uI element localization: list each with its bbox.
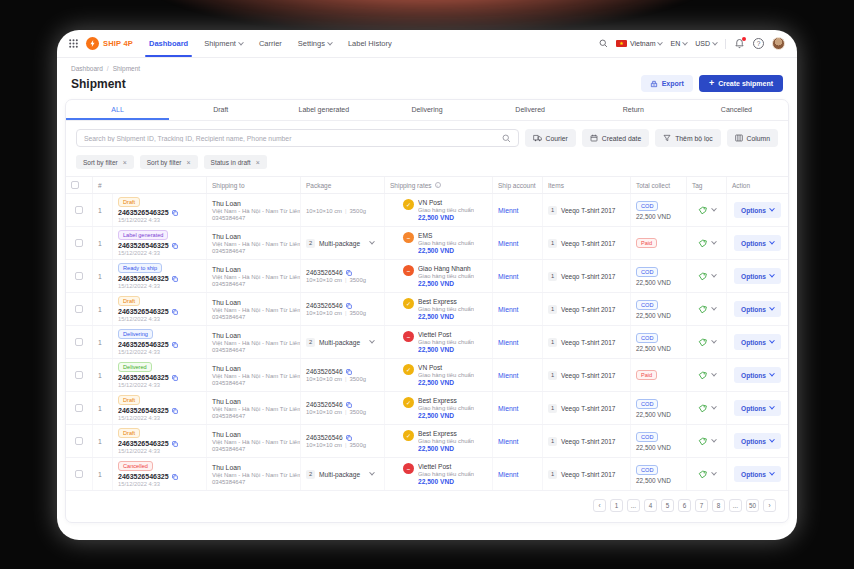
nav-item-settings[interactable]: Settings bbox=[298, 30, 332, 57]
nav-item-shipment[interactable]: Shipment bbox=[204, 30, 243, 57]
row-checkbox[interactable] bbox=[75, 404, 83, 412]
tag-icon[interactable] bbox=[698, 272, 707, 281]
row-checkbox[interactable] bbox=[75, 470, 83, 478]
filter-chip[interactable]: Status in draft× bbox=[204, 155, 267, 169]
ship-account-link[interactable]: Miennt bbox=[498, 438, 537, 445]
tag-icon[interactable] bbox=[698, 305, 707, 314]
tag-icon[interactable] bbox=[698, 470, 707, 479]
options-button[interactable]: Options bbox=[734, 466, 781, 482]
currency-selector[interactable]: USD bbox=[695, 40, 717, 47]
tag-icon[interactable] bbox=[698, 239, 707, 248]
help-icon[interactable]: ? bbox=[753, 38, 764, 49]
tag-icon[interactable] bbox=[698, 338, 707, 347]
tab-draft[interactable]: Draft bbox=[169, 100, 272, 120]
copy-icon[interactable] bbox=[172, 474, 178, 480]
tag-chevron-icon[interactable] bbox=[711, 470, 717, 476]
page-button-4[interactable]: 4 bbox=[644, 499, 657, 512]
ship-account-link[interactable]: Miennt bbox=[498, 405, 537, 412]
tab-return[interactable]: Return bbox=[582, 100, 685, 120]
more-filters-button[interactable]: Thêm bộ lọc bbox=[655, 129, 720, 147]
page-ellipsis[interactable]: ... bbox=[627, 499, 640, 512]
copy-icon[interactable] bbox=[346, 369, 352, 375]
tag-icon[interactable] bbox=[698, 437, 707, 446]
prev-page-button[interactable]: ‹ bbox=[593, 499, 606, 512]
tag-chevron-icon[interactable] bbox=[711, 437, 717, 443]
nav-item-dashboard[interactable]: Dashboard bbox=[149, 30, 188, 57]
page-button-5[interactable]: 5 bbox=[661, 499, 674, 512]
options-button[interactable]: Options bbox=[734, 400, 781, 416]
breadcrumb-dashboard[interactable]: Dashboard bbox=[71, 65, 103, 72]
row-checkbox[interactable] bbox=[75, 239, 83, 247]
tag-chevron-icon[interactable] bbox=[711, 206, 717, 212]
row-checkbox[interactable] bbox=[75, 305, 83, 313]
multi-package-select[interactable]: 2Multi-package bbox=[306, 239, 379, 248]
remove-filter-icon[interactable]: × bbox=[256, 159, 260, 166]
tag-icon[interactable] bbox=[698, 371, 707, 380]
next-page-button[interactable]: › bbox=[763, 499, 776, 512]
options-button[interactable]: Options bbox=[734, 334, 781, 350]
row-checkbox[interactable] bbox=[75, 206, 83, 214]
options-button[interactable]: Options bbox=[734, 202, 781, 218]
page-button-7[interactable]: 7 bbox=[695, 499, 708, 512]
copy-icon[interactable] bbox=[172, 441, 178, 447]
page-button-6[interactable]: 6 bbox=[678, 499, 691, 512]
ship-account-link[interactable]: Miennt bbox=[498, 240, 537, 247]
tag-chevron-icon[interactable] bbox=[711, 338, 717, 344]
copy-icon[interactable] bbox=[172, 276, 178, 282]
search-input[interactable] bbox=[84, 135, 502, 142]
tag-icon[interactable] bbox=[698, 206, 707, 215]
notifications-bell-icon[interactable] bbox=[734, 38, 745, 49]
ship-account-link[interactable]: Miennt bbox=[498, 339, 537, 346]
options-button[interactable]: Options bbox=[734, 433, 781, 449]
multi-package-select[interactable]: 2Multi-package bbox=[306, 338, 379, 347]
options-button[interactable]: Options bbox=[734, 301, 781, 317]
nav-item-carrier[interactable]: Carrier bbox=[259, 30, 282, 57]
courier-filter-button[interactable]: Courier bbox=[525, 129, 576, 147]
ship-account-link[interactable]: Miennt bbox=[498, 372, 537, 379]
page-button-1[interactable]: 1 bbox=[610, 499, 623, 512]
tag-chevron-icon[interactable] bbox=[711, 272, 717, 278]
country-selector[interactable]: ★ Vietnam bbox=[616, 40, 663, 48]
tag-chevron-icon[interactable] bbox=[711, 371, 717, 377]
tag-chevron-icon[interactable] bbox=[711, 239, 717, 245]
nav-item-label-history[interactable]: Label History bbox=[348, 30, 392, 57]
tab-all[interactable]: ALL bbox=[66, 100, 169, 120]
tag-chevron-icon[interactable] bbox=[711, 404, 717, 410]
multi-package-select[interactable]: 2Multi-package bbox=[306, 470, 379, 479]
select-all-checkbox[interactable] bbox=[71, 181, 79, 189]
filter-chip[interactable]: Sort by filter× bbox=[140, 155, 198, 169]
options-button[interactable]: Options bbox=[734, 235, 781, 251]
copy-icon[interactable] bbox=[346, 270, 352, 276]
copy-icon[interactable] bbox=[172, 243, 178, 249]
row-checkbox[interactable] bbox=[75, 338, 83, 346]
ship-account-link[interactable]: Miennt bbox=[498, 273, 537, 280]
export-button[interactable]: Export bbox=[641, 75, 693, 92]
language-selector[interactable]: EN bbox=[670, 40, 687, 47]
remove-filter-icon[interactable]: × bbox=[123, 159, 127, 166]
page-button-8[interactable]: 8 bbox=[712, 499, 725, 512]
copy-icon[interactable] bbox=[172, 342, 178, 348]
filter-chip[interactable]: Sort by filter× bbox=[76, 155, 134, 169]
brand-logo[interactable]: SHIP 4P bbox=[86, 37, 133, 50]
page-ellipsis[interactable]: ... bbox=[729, 499, 742, 512]
row-checkbox[interactable] bbox=[75, 437, 83, 445]
tab-delivered[interactable]: Delivered bbox=[479, 100, 582, 120]
created-date-filter-button[interactable]: Created date bbox=[582, 129, 649, 147]
options-button[interactable]: Options bbox=[734, 268, 781, 284]
page-button-50[interactable]: 50 bbox=[746, 499, 759, 512]
copy-icon[interactable] bbox=[346, 402, 352, 408]
copy-icon[interactable] bbox=[172, 309, 178, 315]
row-checkbox[interactable] bbox=[75, 371, 83, 379]
user-avatar[interactable] bbox=[772, 37, 785, 50]
ship-account-link[interactable]: Miennt bbox=[498, 471, 537, 478]
copy-icon[interactable] bbox=[346, 303, 352, 309]
copy-icon[interactable] bbox=[346, 435, 352, 441]
info-icon[interactable]: i bbox=[435, 182, 441, 188]
row-checkbox[interactable] bbox=[75, 272, 83, 280]
create-shipment-button[interactable]: + Create shipment bbox=[699, 75, 783, 92]
ship-account-link[interactable]: Miennt bbox=[498, 306, 537, 313]
tag-chevron-icon[interactable] bbox=[711, 305, 717, 311]
tab-cancelled[interactable]: Cancelled bbox=[685, 100, 788, 120]
copy-icon[interactable] bbox=[172, 210, 178, 216]
options-button[interactable]: Options bbox=[734, 367, 781, 383]
